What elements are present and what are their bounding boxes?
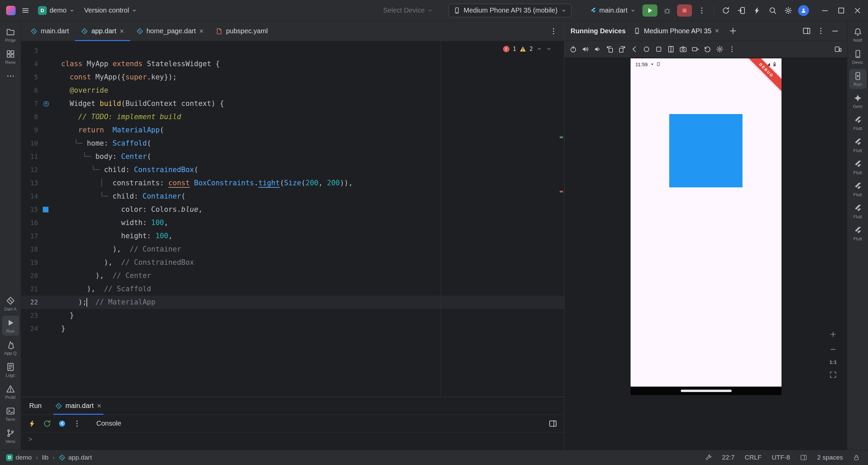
code-line-24[interactable]: 24} bbox=[21, 322, 564, 335]
breadcrumb-demo[interactable]: Ddemo bbox=[6, 454, 32, 461]
color-preview-swatch[interactable] bbox=[43, 207, 49, 212]
device-selector[interactable]: Medium Phone API 35 (mobile) bbox=[448, 4, 572, 17]
close-button[interactable] bbox=[852, 5, 863, 16]
readonly-toggle-icon[interactable] bbox=[853, 454, 860, 461]
tool-stripe-more-tools[interactable] bbox=[2, 69, 19, 82]
tool-stripe-notifications[interactable]: Notif bbox=[849, 25, 866, 45]
stop-button[interactable] bbox=[677, 4, 692, 17]
code-line-5[interactable]: 5 const MyApp({super.key}); bbox=[21, 71, 564, 84]
split-editor-icon[interactable] bbox=[800, 454, 807, 461]
tool-stripe-terminal[interactable]: Term bbox=[2, 404, 19, 424]
tool-stripe-version-control[interactable]: Versi bbox=[2, 426, 19, 446]
record-button[interactable] bbox=[690, 44, 701, 55]
home-button[interactable] bbox=[641, 44, 652, 55]
fold-button[interactable] bbox=[666, 44, 676, 55]
zoom-in-button[interactable] bbox=[828, 329, 838, 339]
device-screen[interactable]: 11:59 3G DEBUG bbox=[631, 58, 782, 395]
code-line-8[interactable]: 8 // TODO: implement build bbox=[21, 110, 564, 124]
display-mode-button[interactable] bbox=[833, 44, 844, 55]
console-tab[interactable]: Console bbox=[96, 420, 121, 427]
more-vertical-button[interactable] bbox=[815, 25, 827, 37]
next-issue-icon[interactable] bbox=[546, 46, 552, 52]
main-menu-button[interactable] bbox=[20, 5, 31, 16]
tool-stripe-flutter-network[interactable]: Flutt bbox=[849, 179, 866, 199]
split-console-button[interactable] bbox=[547, 418, 559, 429]
code-line-12[interactable]: 12 └─ child: ConstrainedBox( bbox=[21, 163, 564, 176]
tool-stripe-device-manager[interactable]: Devic bbox=[849, 47, 866, 67]
breadcrumb-lib[interactable]: lib bbox=[42, 454, 49, 461]
select-device-widget[interactable]: Select Device bbox=[381, 4, 436, 16]
code-line-9[interactable]: 9 return MaterialApp( bbox=[21, 124, 564, 137]
close-icon[interactable]: × bbox=[120, 27, 124, 35]
code-line-10[interactable]: 10 └─ home: Scaffold( bbox=[21, 137, 564, 150]
zoom-out-button[interactable] bbox=[828, 344, 838, 354]
zoom-reset-button[interactable]: 1:1 bbox=[829, 359, 837, 365]
editor-tab-app-dart[interactable]: app.dart× bbox=[75, 21, 130, 41]
settings-button[interactable] bbox=[714, 44, 725, 55]
code-line-20[interactable]: 20 ), // Center bbox=[21, 269, 564, 282]
tool-stripe-flutter-logging[interactable]: Flutt bbox=[849, 201, 866, 221]
screenshot-button[interactable] bbox=[678, 44, 689, 55]
code-line-3[interactable]: 3 bbox=[21, 44, 564, 57]
rotate-left-button[interactable] bbox=[604, 44, 615, 55]
code-line-11[interactable]: 11 └─ body: Center( bbox=[21, 150, 564, 163]
back-button[interactable] bbox=[629, 44, 640, 55]
tool-stripe-dart-analysis[interactable]: Dart A bbox=[2, 294, 19, 314]
code-line-19[interactable]: 19 ), // ConstrainedBox bbox=[21, 256, 564, 269]
inspections-widget[interactable]: ! 1 2 bbox=[503, 45, 552, 52]
gesture-nav-bar[interactable] bbox=[631, 387, 782, 395]
tool-stripe-flutter-outline[interactable]: Flutt bbox=[849, 113, 866, 133]
code-line-14[interactable]: 14 └─ child: Container( bbox=[21, 190, 564, 203]
code-line-21[interactable]: 21 ), // Scaffold bbox=[21, 282, 564, 296]
more-vertical-button[interactable] bbox=[727, 44, 737, 55]
tool-stripe-flutter-memory[interactable]: Flutt bbox=[849, 223, 866, 243]
sync-button[interactable] bbox=[720, 5, 732, 16]
add-device-tab-button[interactable] bbox=[727, 25, 739, 37]
close-icon[interactable]: × bbox=[715, 27, 719, 35]
bolt-button[interactable] bbox=[751, 5, 763, 16]
code-line-13[interactable]: 13 │ constraints: const BoxConstraints.t… bbox=[21, 176, 564, 190]
code-line-4[interactable]: 4class MyApp extends StatelessWidget { bbox=[21, 57, 564, 71]
code-line-16[interactable]: 16 width: 100, bbox=[21, 216, 564, 229]
flutter-devtools-button[interactable] bbox=[56, 418, 68, 429]
hot-reload-button[interactable] bbox=[26, 418, 38, 429]
tab-options-button[interactable] bbox=[548, 25, 559, 37]
code-line-15[interactable]: 15 color: Colors.blue, bbox=[21, 203, 564, 216]
code-line-7[interactable]: 7 Widget build(BuildContext context) { bbox=[21, 97, 564, 110]
device-tab[interactable]: Medium Phone API 35 × bbox=[634, 27, 719, 35]
code-line-17[interactable]: 17 height: 100, bbox=[21, 229, 564, 243]
tool-stripe-logcat[interactable]: Logc bbox=[2, 360, 19, 380]
volume-up-button[interactable] bbox=[580, 44, 591, 55]
rotate-right-button[interactable] bbox=[617, 44, 628, 55]
hot-restart-button[interactable] bbox=[41, 418, 53, 429]
tool-stripe-flutter-performance[interactable]: Flutt bbox=[849, 135, 866, 155]
run-config-selector[interactable]: main.dart bbox=[587, 4, 638, 16]
layout-button[interactable] bbox=[801, 25, 812, 37]
code-line-18[interactable]: 18 ), // Container bbox=[21, 243, 564, 256]
line-separator[interactable]: CRLF bbox=[745, 454, 762, 461]
snapshot-button[interactable] bbox=[702, 44, 713, 55]
close-icon[interactable]: × bbox=[97, 402, 101, 410]
tool-stripe-resource-manager[interactable]: Reso bbox=[2, 47, 19, 67]
zoom-fit-button[interactable] bbox=[828, 370, 838, 380]
tool-stripe-gemini[interactable]: Gem bbox=[849, 91, 866, 111]
power-button[interactable] bbox=[568, 44, 579, 55]
minimize-button[interactable] bbox=[819, 5, 831, 16]
overview-button[interactable] bbox=[653, 44, 664, 55]
minimize-button[interactable] bbox=[829, 25, 841, 37]
settings-button[interactable] bbox=[783, 5, 794, 16]
caret-position[interactable]: 22:7 bbox=[722, 454, 735, 461]
tool-stripe-flutter-inspector[interactable]: Flutt bbox=[849, 157, 866, 177]
run-tab-main-dart[interactable]: main.dart × bbox=[53, 397, 103, 415]
previous-issue-icon[interactable] bbox=[536, 46, 542, 52]
tool-stripe-app-quality-insights[interactable]: App Q bbox=[2, 338, 19, 358]
code-editor[interactable]: 34class MyApp extends StatelessWidget {5… bbox=[21, 41, 564, 397]
device-mirror-button[interactable] bbox=[736, 5, 747, 16]
more-actions-button[interactable] bbox=[696, 5, 708, 16]
avatar[interactable] bbox=[798, 5, 809, 16]
code-line-22[interactable]: 22 ); // MaterialApp bbox=[21, 296, 564, 309]
tool-stripe-problems[interactable]: Probl bbox=[2, 382, 19, 402]
file-encoding[interactable]: UTF-8 bbox=[772, 454, 790, 461]
quick-actions-icon[interactable] bbox=[705, 454, 712, 461]
project-selector[interactable]: D demo bbox=[35, 4, 77, 17]
